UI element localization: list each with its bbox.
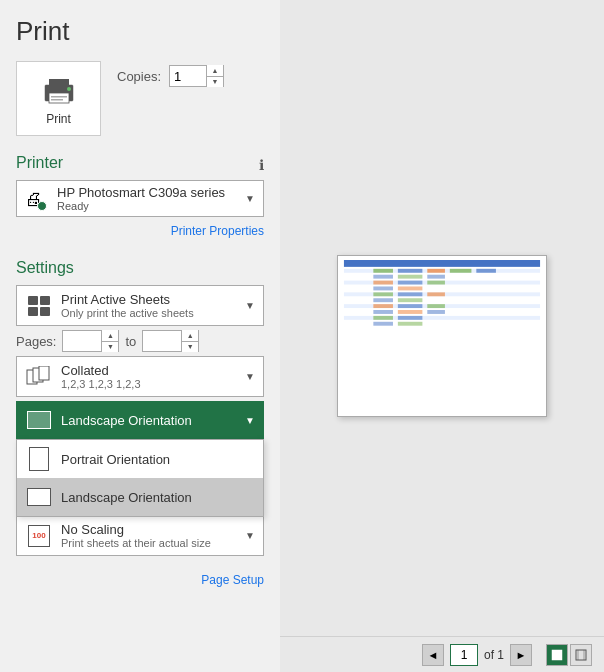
svg-rect-24 xyxy=(476,269,496,273)
no-scaling-text: No Scaling Print sheets at their actual … xyxy=(61,522,237,549)
preview-content xyxy=(338,256,546,416)
sheets-icon xyxy=(25,294,53,318)
collated-arrow: ▼ xyxy=(245,371,255,382)
svg-rect-34 xyxy=(398,292,423,296)
printer-section: Printer ℹ 🖨 ✓ HP Photosmart C309a series… xyxy=(16,150,264,247)
pages-to-down[interactable]: ▼ xyxy=(182,342,198,353)
svg-rect-39 xyxy=(398,304,423,308)
svg-rect-13 xyxy=(344,286,540,290)
print-button-label: Print xyxy=(46,112,71,126)
pages-to-up[interactable]: ▲ xyxy=(182,330,198,342)
svg-rect-32 xyxy=(398,286,423,290)
svg-rect-22 xyxy=(427,269,445,273)
prev-page-button[interactable]: ◄ xyxy=(422,644,444,666)
no-scaling-dropdown[interactable]: 100 No Scaling Print sheets at their act… xyxy=(16,515,264,556)
pages-from-down[interactable]: ▼ xyxy=(102,342,118,353)
collated-icon xyxy=(25,365,53,389)
printer-properties-anchor[interactable]: Printer Properties xyxy=(171,224,264,238)
pages-from-spinners: ▲ ▼ xyxy=(101,330,118,352)
orientation-dropdown-arrow: ▼ xyxy=(245,415,255,426)
svg-rect-40 xyxy=(427,304,445,308)
pages-from-input[interactable] xyxy=(63,331,101,351)
copies-input[interactable] xyxy=(170,66,206,86)
pages-to-wrapper: ▲ ▼ xyxy=(142,330,199,352)
printer-dropdown-arrow: ▼ xyxy=(245,193,255,204)
page-view-button[interactable] xyxy=(546,644,568,666)
svg-rect-35 xyxy=(427,292,445,296)
printer-text: HP Photosmart C309a series Ready xyxy=(57,185,237,212)
landscape-label: Landscape Orientation xyxy=(61,490,192,505)
orientation-selected-item[interactable]: Landscape Orientation ▼ xyxy=(16,401,264,439)
collated-dropdown[interactable]: Collated 1,2,3 1,2,3 1,2,3 ▼ xyxy=(16,356,264,397)
svg-rect-20 xyxy=(373,269,393,273)
svg-rect-33 xyxy=(373,292,393,296)
no-scaling-main: No Scaling xyxy=(61,522,237,537)
svg-rect-21 xyxy=(398,269,423,273)
no-scaling-sub: Print sheets at their actual size xyxy=(61,537,237,549)
svg-rect-37 xyxy=(398,298,423,302)
printer-icon xyxy=(41,72,77,108)
portrait-orientation-option[interactable]: Portrait Orientation xyxy=(17,440,263,478)
svg-rect-26 xyxy=(398,275,423,279)
printer-dropdown[interactable]: 🖨 ✓ HP Photosmart C309a series Ready ▼ xyxy=(16,180,264,217)
svg-rect-18 xyxy=(344,316,540,320)
print-active-sheets-text: Print Active Sheets Only print the activ… xyxy=(61,292,237,319)
printer-section-title: Printer xyxy=(16,154,63,172)
next-page-button[interactable]: ► xyxy=(510,644,532,666)
page-view-icon xyxy=(551,649,563,661)
orientation-popup: Portrait Orientation Landscape Orientati… xyxy=(16,439,264,517)
copies-area: Copies: ▲ ▼ xyxy=(117,65,224,87)
svg-rect-23 xyxy=(450,269,472,273)
print-active-sheets-arrow: ▼ xyxy=(245,300,255,311)
pages-to-input[interactable] xyxy=(143,331,181,351)
copies-down-button[interactable]: ▼ xyxy=(207,77,223,88)
info-icon[interactable]: ℹ xyxy=(259,157,264,173)
collated-sub: 1,2,3 1,2,3 1,2,3 xyxy=(61,378,237,390)
pages-from-up[interactable]: ▲ xyxy=(102,330,118,342)
orientation-selected-main: Landscape Orientation xyxy=(61,413,237,428)
svg-rect-49 xyxy=(576,650,586,660)
page-title: Print xyxy=(16,16,264,47)
view-icons-group xyxy=(546,644,592,666)
svg-rect-44 xyxy=(373,316,393,320)
print-preview xyxy=(337,255,547,417)
collated-main: Collated xyxy=(61,363,237,378)
svg-rect-25 xyxy=(373,275,393,279)
scaling-box-icon: 100 xyxy=(28,525,50,547)
svg-rect-38 xyxy=(373,304,393,308)
svg-rect-31 xyxy=(373,286,393,290)
copies-input-wrapper: ▲ ▼ xyxy=(169,65,224,87)
portrait-label: Portrait Orientation xyxy=(61,452,170,467)
svg-rect-3 xyxy=(51,96,67,98)
print-button[interactable]: Print xyxy=(16,61,101,136)
svg-rect-47 xyxy=(398,322,423,326)
print-active-sheets-sub: Only print the active sheets xyxy=(61,307,237,319)
settings-section-title: Settings xyxy=(16,259,264,277)
printer-properties-link[interactable]: Printer Properties xyxy=(16,221,264,239)
left-panel: Print Print Copies: ▲ xyxy=(0,0,280,672)
page-setup-link[interactable]: Page Setup xyxy=(16,570,264,588)
svg-point-5 xyxy=(67,87,71,91)
margin-view-button[interactable] xyxy=(570,644,592,666)
page-of-text: of 1 xyxy=(484,648,504,662)
svg-rect-29 xyxy=(398,281,423,285)
no-scaling-arrow: ▼ xyxy=(245,530,255,541)
pages-row: Pages: ▲ ▼ to ▲ ▼ xyxy=(16,330,264,352)
svg-rect-9 xyxy=(344,260,540,267)
print-active-sheets-dropdown[interactable]: Print Active Sheets Only print the activ… xyxy=(16,285,264,326)
printer-status: Ready xyxy=(57,200,237,212)
landscape-icon xyxy=(25,485,53,509)
landscape-orientation-option[interactable]: Landscape Orientation xyxy=(17,478,263,516)
svg-rect-41 xyxy=(373,310,393,314)
svg-rect-28 xyxy=(373,281,393,285)
svg-rect-46 xyxy=(373,322,393,326)
svg-rect-42 xyxy=(398,310,423,314)
svg-rect-4 xyxy=(51,99,63,101)
print-active-sheets-main: Print Active Sheets xyxy=(61,292,237,307)
printer-name: HP Photosmart C309a series xyxy=(57,185,237,200)
page-setup-anchor[interactable]: Page Setup xyxy=(201,573,264,587)
copies-up-button[interactable]: ▲ xyxy=(207,65,223,77)
svg-rect-19 xyxy=(344,322,540,326)
orientation-dropdown-container: Landscape Orientation ▼ Portrait Orienta… xyxy=(16,401,264,439)
svg-rect-30 xyxy=(427,281,445,285)
